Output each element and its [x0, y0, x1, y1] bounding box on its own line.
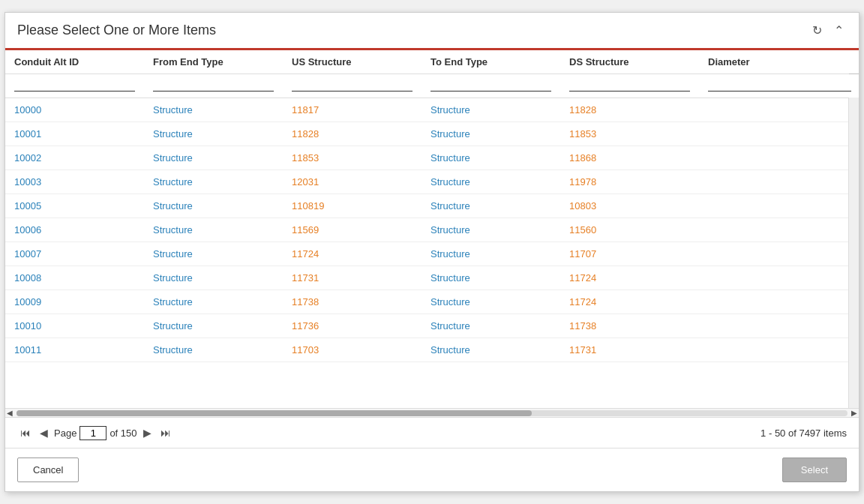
cell-ds-structure[interactable]: 11738 — [560, 314, 699, 338]
cell-us-structure[interactable]: 11828 — [283, 122, 422, 146]
table-row[interactable]: 10001Structure11828Structure11853 — [5, 122, 859, 146]
table-row[interactable]: 10005Structure110819Structure10803 — [5, 194, 859, 218]
cell-to-end-type: Structure — [422, 218, 560, 242]
scroll-left-button[interactable]: ◀ — [7, 409, 13, 417]
cell-diameter — [699, 266, 859, 290]
cell-from-end-type: Structure — [144, 146, 283, 170]
col-header-us-structure: US Structure — [283, 50, 422, 74]
cell-from-end-type: Structure — [144, 194, 283, 218]
cell-to-end-type: Structure — [422, 194, 560, 218]
header-icons: ↻ ⌃ — [809, 22, 847, 39]
last-page-button[interactable]: ⏭ — [158, 425, 174, 440]
cell-us-structure[interactable]: 11569 — [283, 218, 422, 242]
cell-from-end-type: Structure — [144, 242, 283, 266]
filter-ds-structure[interactable] — [569, 77, 690, 92]
filter-diameter[interactable] — [708, 77, 851, 92]
cell-ds-structure[interactable]: 11724 — [560, 266, 699, 290]
cell-from-end-type: Structure — [144, 266, 283, 290]
vertical-scrollbar[interactable] — [848, 50, 859, 408]
cell-diameter — [699, 194, 859, 218]
horizontal-scrollbar[interactable]: ◀ ▶ — [5, 408, 859, 417]
cell-ds-structure[interactable]: 11978 — [560, 170, 699, 194]
cell-conduit-alt-id[interactable]: 10003 — [5, 170, 144, 194]
scrollbar-track — [16, 410, 848, 416]
cell-from-end-type: Structure — [144, 314, 283, 338]
table-container: Conduit Alt ID From End Type US Structur… — [5, 50, 859, 448]
cell-to-end-type: Structure — [422, 146, 560, 170]
col-header-ds-structure: DS Structure — [560, 50, 699, 74]
cell-ds-structure[interactable]: 11724 — [560, 290, 699, 314]
cell-diameter — [699, 218, 859, 242]
cell-us-structure[interactable]: 11817 — [283, 98, 422, 122]
cell-ds-structure[interactable]: 10803 — [560, 194, 699, 218]
items-summary: 1 - 50 of 7497 items — [760, 428, 847, 439]
cell-conduit-alt-id[interactable]: 10011 — [5, 338, 144, 362]
pagination-left: ⏮ ◀ Page of 150 ▶ ⏭ — [17, 425, 174, 440]
cell-us-structure[interactable]: 11736 — [283, 314, 422, 338]
cell-to-end-type: Structure — [422, 338, 560, 362]
cell-conduit-alt-id[interactable]: 10009 — [5, 290, 144, 314]
filter-from-end-type[interactable] — [153, 77, 274, 92]
table-row[interactable]: 10011Structure11703Structure11731 — [5, 338, 859, 362]
cell-conduit-alt-id[interactable]: 10010 — [5, 314, 144, 338]
cell-ds-structure[interactable]: 11853 — [560, 122, 699, 146]
cell-from-end-type: Structure — [144, 338, 283, 362]
cell-conduit-alt-id[interactable]: 10000 — [5, 98, 144, 122]
cell-to-end-type: Structure — [422, 266, 560, 290]
cancel-button[interactable]: Cancel — [17, 458, 79, 482]
cell-conduit-alt-id[interactable]: 10001 — [5, 122, 144, 146]
filter-row — [5, 74, 859, 98]
cell-ds-structure[interactable]: 11560 — [560, 218, 699, 242]
table-row[interactable]: 10007Structure11724Structure11707 — [5, 242, 859, 266]
cell-us-structure[interactable]: 11724 — [283, 242, 422, 266]
filter-to-end-type[interactable] — [430, 77, 551, 92]
cell-us-structure[interactable]: 11853 — [283, 146, 422, 170]
filter-us-structure[interactable] — [292, 77, 412, 92]
cell-us-structure[interactable]: 12031 — [283, 170, 422, 194]
cell-us-structure[interactable]: 11703 — [283, 338, 422, 362]
cell-to-end-type: Structure — [422, 98, 560, 122]
cell-diameter — [699, 314, 859, 338]
table-row[interactable]: 10002Structure11853Structure11868 — [5, 146, 859, 170]
cell-from-end-type: Structure — [144, 98, 283, 122]
cell-us-structure[interactable]: 11738 — [283, 290, 422, 314]
cell-conduit-alt-id[interactable]: 10005 — [5, 194, 144, 218]
page-label: Page — [54, 428, 76, 439]
next-page-button[interactable]: ▶ — [140, 425, 154, 440]
scroll-right-button[interactable]: ▶ — [851, 409, 857, 417]
prev-page-button[interactable]: ◀ — [37, 425, 51, 440]
col-header-conduit-alt-id: Conduit Alt ID — [5, 50, 144, 74]
cell-conduit-alt-id[interactable]: 10006 — [5, 218, 144, 242]
cell-ds-structure[interactable]: 11868 — [560, 146, 699, 170]
cell-diameter — [699, 170, 859, 194]
col-header-diameter: Diameter — [699, 50, 859, 74]
table-wrapper[interactable]: Conduit Alt ID From End Type US Structur… — [5, 50, 859, 408]
table-row[interactable]: 10000Structure11817Structure11828 — [5, 98, 859, 122]
cell-diameter — [699, 290, 859, 314]
filter-conduit-alt-id[interactable] — [14, 77, 135, 92]
table-row[interactable]: 10003Structure12031Structure11978 — [5, 170, 859, 194]
expand-icon: ⌃ — [834, 24, 844, 37]
cell-diameter — [699, 242, 859, 266]
cell-conduit-alt-id[interactable]: 10007 — [5, 242, 144, 266]
cell-us-structure[interactable]: 11731 — [283, 266, 422, 290]
column-header-row: Conduit Alt ID From End Type US Structur… — [5, 50, 859, 74]
cell-diameter — [699, 338, 859, 362]
table-row[interactable]: 10008Structure11731Structure11724 — [5, 266, 859, 290]
table-row[interactable]: 10010Structure11736Structure11738 — [5, 314, 859, 338]
expand-button[interactable]: ⌃ — [831, 22, 847, 39]
cell-from-end-type: Structure — [144, 218, 283, 242]
cell-ds-structure[interactable]: 11731 — [560, 338, 699, 362]
page-number-input[interactable] — [80, 426, 106, 440]
table-row[interactable]: 10009Structure11738Structure11724 — [5, 290, 859, 314]
cell-conduit-alt-id[interactable]: 10002 — [5, 146, 144, 170]
select-button[interactable]: Select — [782, 458, 847, 482]
cell-ds-structure[interactable]: 11707 — [560, 242, 699, 266]
cell-conduit-alt-id[interactable]: 10008 — [5, 266, 144, 290]
cell-us-structure[interactable]: 110819 — [283, 194, 422, 218]
table-row[interactable]: 10006Structure11569Structure11560 — [5, 218, 859, 242]
refresh-button[interactable]: ↻ — [809, 22, 825, 39]
cell-to-end-type: Structure — [422, 122, 560, 146]
first-page-button[interactable]: ⏮ — [17, 425, 34, 440]
cell-ds-structure[interactable]: 11828 — [560, 98, 699, 122]
